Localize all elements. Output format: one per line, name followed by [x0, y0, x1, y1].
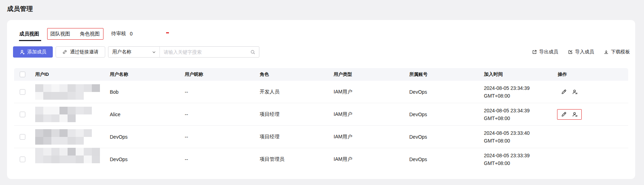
col-header-type: 用户类型 [334, 71, 409, 78]
user-type-cell: IAM用户 [334, 156, 409, 163]
row-checkbox[interactable] [20, 157, 25, 162]
filter-field-select[interactable]: 用户名称 [108, 47, 160, 57]
download-template-button[interactable]: 下载模板 [604, 49, 630, 55]
user-type-cell: IAM用户 [334, 134, 409, 140]
import-icon [568, 49, 573, 55]
import-members-label: 导入成员 [575, 49, 594, 55]
user-name-cell: DevOps [110, 157, 185, 162]
row-actions [557, 87, 582, 97]
nickname-cell: -- [185, 89, 260, 95]
pending-count: 0 [130, 31, 133, 37]
user-type-cell: IAM用户 [334, 89, 409, 95]
pencil-icon[interactable] [561, 112, 567, 117]
nickname-cell: -- [185, 157, 260, 162]
user-type-cell: IAM用户 [334, 111, 409, 118]
table-body: Bob -- 开发人员 IAM用户 DevOps 2024-08-05 23:3… [14, 81, 628, 171]
tab-role-view[interactable]: 角色视图 [80, 30, 100, 37]
user-role-icon[interactable] [572, 112, 578, 117]
user-role-icon[interactable] [572, 89, 578, 95]
role-cell: 项目经理 [260, 111, 334, 118]
table-row: Alice -- 项目经理 IAM用户 DevOps 2024-08-05 23… [14, 103, 628, 126]
view-tabs: 成员视图 团队视图 角色视图 待审核 0 [7, 28, 635, 40]
redacted-user-id [35, 107, 96, 122]
link-icon [62, 49, 67, 54]
export-members-label: 导出成员 [539, 49, 558, 55]
user-plus-icon [20, 49, 25, 55]
col-header-account: 所属账号 [409, 71, 484, 78]
redacted-user-id [35, 84, 100, 100]
row-actions-annotated [557, 109, 582, 120]
account-cell: DevOps [409, 89, 484, 95]
col-header-joined: 加入时间 [484, 71, 558, 78]
select-all-checkbox[interactable] [20, 72, 25, 77]
pencil-icon[interactable] [561, 89, 567, 95]
tab-pending-review[interactable]: 待审核 0 [111, 31, 133, 37]
joined-time-cell: 2024-08-05 23:33:39 GMT+08:00 [484, 152, 558, 167]
joined-time-cell: 2024-08-05 23:34:39 GMT+08:00 [484, 84, 558, 100]
user-name-cell: Bob [110, 89, 185, 95]
keyword-search [160, 47, 259, 57]
col-header-role: 角色 [260, 71, 334, 78]
role-cell: 项目管理员 [260, 156, 334, 163]
magnifier-icon[interactable] [250, 49, 255, 55]
joined-date: 2024-08-05 23:33:39 [484, 152, 558, 159]
pending-label: 待审核 [111, 31, 126, 37]
redacted-user-id [35, 148, 105, 171]
nickname-cell: -- [185, 112, 260, 117]
filter-selected-value: 用户名称 [112, 49, 131, 55]
joined-date: 2024-08-05 23:34:39 [484, 84, 558, 92]
member-management-card: 成员视图 团队视图 角色视图 待审核 0 添加成员 [7, 20, 635, 179]
account-cell: DevOps [409, 157, 484, 162]
joined-timezone: GMT+08:00 [484, 92, 558, 100]
joined-time-cell: 2024-08-05 23:33:40 GMT+08:00 [484, 129, 558, 145]
search-input[interactable] [164, 49, 241, 55]
table-link-actions: 导出成员 导入成员 下载模板 [532, 49, 630, 55]
toolbar: 添加成员 通过链接邀请 用户名称 [7, 46, 635, 58]
add-member-button[interactable]: 添加成员 [13, 46, 53, 58]
table-row: DevOps -- 项目经理 IAM用户 DevOps 2024-08-05 2… [14, 126, 628, 148]
row-checkbox[interactable] [20, 89, 25, 95]
nickname-cell: -- [185, 134, 260, 140]
joined-date: 2024-08-05 23:34:39 [484, 107, 558, 114]
col-header-user-name: 用户名称 [110, 71, 185, 78]
invite-by-link-label: 通过链接邀请 [70, 49, 99, 55]
annotation-box-tabs: 团队视图 角色视图 [47, 28, 103, 40]
user-name-cell: DevOps [110, 134, 185, 140]
row-checkbox[interactable] [20, 112, 25, 117]
annotation-dash [166, 32, 169, 33]
table-row: Bob -- 开发人员 IAM用户 DevOps 2024-08-05 23:3… [14, 81, 628, 103]
row-checkbox[interactable] [20, 134, 25, 140]
account-cell: DevOps [409, 112, 484, 117]
col-header-nickname: 用户昵称 [185, 71, 260, 78]
role-cell: 开发人员 [260, 89, 334, 95]
joined-date: 2024-08-05 23:33:40 [484, 129, 558, 137]
joined-timezone: GMT+08:00 [484, 114, 558, 122]
redacted-user-id [35, 129, 96, 145]
download-icon [604, 49, 609, 55]
joined-time-cell: 2024-08-05 23:34:39 GMT+08:00 [484, 107, 558, 122]
search-group: 用户名称 [108, 46, 259, 58]
col-header-user-id: 用户ID [35, 71, 110, 78]
joined-timezone: GMT+08:00 [484, 159, 558, 167]
add-member-label: 添加成员 [27, 49, 46, 55]
page-title: 成员管理 [0, 0, 644, 13]
joined-timezone: GMT+08:00 [484, 137, 558, 145]
tab-team-view[interactable]: 团队视图 [50, 30, 70, 37]
role-cell: 项目经理 [260, 134, 334, 140]
table-row: DevOps -- 项目管理员 IAM用户 DevOps 2024-08-05 … [14, 148, 628, 171]
user-name-cell: Alice [110, 112, 185, 117]
download-template-label: 下载模板 [611, 49, 630, 55]
table-header: 用户ID 用户名称 用户昵称 角色 用户类型 所属账号 加入时间 操作 [14, 68, 628, 81]
tab-member-view[interactable]: 成员视图 [19, 30, 39, 37]
chevron-down-icon [152, 50, 156, 54]
account-cell: DevOps [409, 134, 484, 140]
members-table: 用户ID 用户名称 用户昵称 角色 用户类型 所属账号 加入时间 操作 Bob … [14, 68, 628, 171]
export-members-button[interactable]: 导出成员 [532, 49, 558, 55]
import-members-button[interactable]: 导入成员 [568, 49, 594, 55]
export-icon [532, 49, 537, 55]
invite-by-link-button[interactable]: 通过链接邀请 [56, 46, 105, 58]
col-header-ops: 操作 [558, 71, 628, 78]
